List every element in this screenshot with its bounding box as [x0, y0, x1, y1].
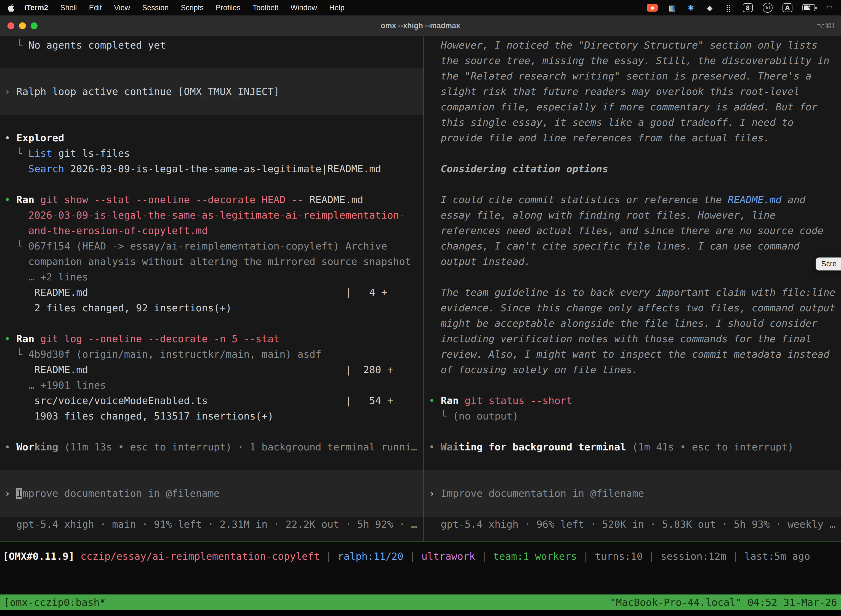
dots-grid-icon[interactable]: ⣿ — [724, 3, 733, 13]
left-pane[interactable]: └ No agents completed yet › Ralph loop a… — [0, 37, 423, 541]
menu-item-shell[interactable]: Shell — [54, 0, 83, 15]
left-output-top: └ No agents completed yet — [0, 38, 423, 69]
terminal-line: However, I noticed the "Directory Struct… — [424, 38, 841, 53]
zoom-button[interactable] — [31, 22, 38, 29]
menu-item-help[interactable]: Help — [323, 0, 351, 15]
menu-status-icons: ●▦✱◆⣿8.61Aϟ◠ — [647, 3, 834, 13]
apple-menu-icon[interactable] — [7, 3, 15, 12]
terminal-line — [0, 455, 423, 470]
terminal-line: The team guideline is to back every impo… — [424, 285, 841, 300]
menu-item-toolbelt[interactable]: Toolbelt — [247, 0, 284, 15]
terminal-panes: └ No agents completed yet › Ralph loop a… — [0, 37, 841, 541]
terminal-line: 1903 files changed, 513517 insertions(+) — [0, 408, 423, 424]
terminal-line — [424, 146, 841, 161]
menu-item-window[interactable]: Window — [284, 0, 323, 15]
left-context-status-line: gpt-5.4 xhigh · main · 91% left · 2.31M … — [0, 517, 423, 532]
inject-banner-line: › Ralph loop active continue [OMX_TMUX_I… — [0, 84, 423, 99]
terminal-line: • Ran git show --stat --oneline --decora… — [0, 192, 423, 208]
terminal-line: references need actual files, and since … — [424, 223, 841, 238]
terminal-line: └ No agents completed yet — [0, 38, 423, 53]
battery-icon[interactable]: ϟ — [802, 4, 815, 11]
shortcut-launcher-icon[interactable]: ◆ — [705, 3, 714, 13]
keyboard-8-icon[interactable]: 8 — [743, 3, 753, 12]
terminal-line: output instead. — [424, 254, 841, 269]
terminal-line: … +2 lines — [0, 269, 423, 285]
close-button[interactable] — [7, 22, 14, 29]
omx-status-bar: [OMX#0.11.9] cczip/essay/ai-reimplementa… — [0, 541, 841, 594]
terminal-line: including verification notes with those … — [424, 331, 841, 347]
menu-item-profiles[interactable]: Profiles — [210, 0, 247, 15]
terminal-line: └ (no output) — [424, 408, 841, 424]
terminal-line: … +1901 lines — [0, 378, 423, 393]
terminal-line: └ List git ls-files — [0, 146, 423, 161]
terminal-line: I could cite commit statistics or refere… — [424, 192, 841, 208]
terminal-line: 2 files changed, 92 insertions(+) — [0, 300, 423, 316]
terminal-line — [0, 316, 423, 331]
terminal-line — [424, 378, 841, 393]
right-output-body: However, I noticed the "Directory Struct… — [424, 38, 841, 470]
input-source-icon[interactable]: A — [782, 3, 793, 12]
terminal-line — [424, 455, 841, 470]
terminal-line: companion file, especially if more comme… — [424, 99, 841, 115]
right-agent-input-line[interactable]: › Improve documentation in @filename — [424, 486, 841, 501]
terminal-line: Considering citation options — [424, 161, 841, 177]
right-context-status-line: gpt-5.4 xhigh · 96% left · 520K in · 5.8… — [424, 517, 841, 532]
right-pane[interactable]: However, I noticed the "Directory Struct… — [424, 37, 841, 541]
menu-item-iterm2[interactable]: iTerm2 — [18, 0, 54, 15]
screen: iTerm2ShellEditViewSessionScriptsProfile… — [0, 0, 841, 616]
terminal-line: review. Also, I might want to inspect th… — [424, 347, 841, 362]
terminal-line: changes, I can't cite specific file line… — [424, 238, 841, 254]
terminal-line: slight risk that future readers may over… — [424, 84, 841, 99]
omx-status-line: [OMX#0.11.9] cczip/essay/ai-reimplementa… — [0, 549, 841, 564]
right-agent-input[interactable]: › Improve documentation in @filename — [424, 470, 841, 517]
window-grid-icon[interactable]: ▦ — [668, 3, 677, 13]
terminal-line: Search 2026-03-09-is-legal-the-same-as-l… — [0, 161, 423, 177]
menu-item-scripts[interactable]: Scripts — [175, 0, 210, 15]
menu-item-view[interactable]: View — [108, 0, 136, 15]
window-title: omx --xhigh --madmax — [0, 22, 841, 30]
menu-item-edit[interactable]: Edit — [83, 0, 108, 15]
wifi-icon[interactable]: ◠ — [825, 3, 834, 13]
swirl-icon[interactable]: ✱ — [687, 3, 695, 13]
terminal-line: README.md | 280 + — [0, 362, 423, 378]
terminal-line: 2026-03-09-is-legal-the-same-as-legitima… — [0, 208, 423, 223]
battery-percent-icon[interactable]: .61 — [763, 3, 772, 13]
tmux-session-window: [omx-cczip0:bash* — [4, 597, 105, 608]
menu-bar: iTerm2ShellEditViewSessionScriptsProfile… — [0, 0, 841, 15]
tmux-host-clock: "MacBook-Pro-44.local" 04:52 31-Mar-26 — [610, 597, 837, 608]
terminal-line — [0, 53, 423, 69]
terminal-line: • Ran git status --short — [424, 393, 841, 408]
terminal-line: might be acceptable alongside the file l… — [424, 316, 841, 331]
terminal-line — [0, 115, 423, 130]
traffic-lights — [0, 22, 38, 29]
menu-items: iTerm2ShellEditViewSessionScriptsProfile… — [18, 0, 350, 15]
window-title-bar[interactable]: omx --xhigh --madmax ⌥⌘1 — [0, 15, 841, 37]
terminal-line: and-the-erosion-of-copyleft.md — [0, 223, 423, 238]
minimize-button[interactable] — [19, 22, 26, 29]
left-agent-input-line[interactable]: › Improve documentation in @filename — [0, 486, 423, 501]
left-output-body: • Explored └ List git ls-files Search 20… — [0, 115, 423, 470]
terminal-line: • Working (11m 13s • esc to interrupt) ·… — [0, 439, 423, 455]
terminal-line — [0, 177, 423, 192]
screenshot-notification[interactable]: Scre — [816, 258, 841, 270]
menu-item-session[interactable]: Session — [136, 0, 175, 15]
tmux-status-bar: [omx-cczip0:bash* "MacBook-Pro-44.local"… — [0, 594, 841, 610]
terminal-line: evidence. Since this change only affects… — [424, 300, 841, 316]
terminal-line: this single essay, it seems like a good … — [424, 115, 841, 130]
terminal-line: • Explored — [0, 130, 423, 146]
left-agent-input[interactable]: › Improve documentation in @filename — [0, 470, 423, 517]
terminal-line — [424, 177, 841, 192]
inject-banner: › Ralph loop active continue [OMX_TMUX_I… — [0, 69, 423, 115]
terminal-line: companion analysis without altering the … — [0, 254, 423, 269]
window-shortcut-hint: ⌥⌘1 — [817, 22, 835, 30]
terminal-line: the "Related research writing" section i… — [424, 69, 841, 84]
terminal-line: essay file, along with finding root file… — [424, 208, 841, 223]
terminal-line: • Waiting for background terminal (1m 41… — [424, 439, 841, 455]
terminal-line: • Ran git log --oneline --decorate -n 5 … — [0, 331, 423, 347]
terminal-line: provide file and line references from th… — [424, 130, 841, 146]
terminal-line: └ 4b9d30f (origin/main, instructkr/main,… — [0, 347, 423, 362]
terminal-line: of focusing solely on file lines. — [424, 362, 841, 378]
terminal-line — [0, 424, 423, 439]
terminal-line — [424, 269, 841, 285]
screen-recording-indicator-icon[interactable]: ● — [647, 4, 658, 12]
